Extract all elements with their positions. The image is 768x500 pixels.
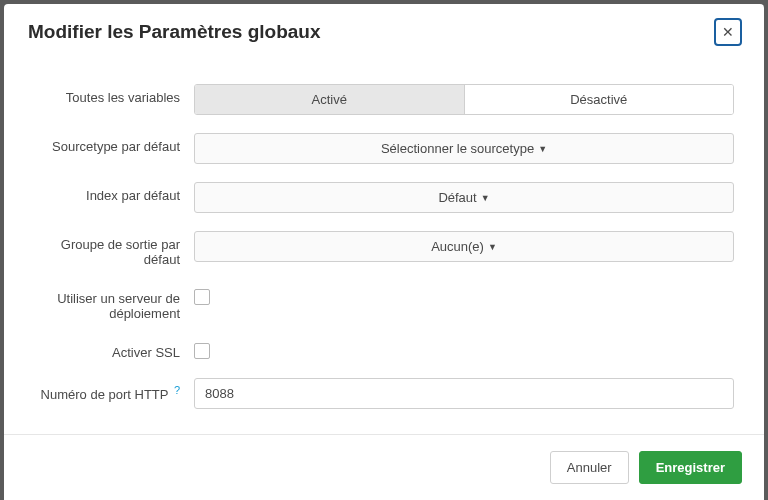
caret-down-icon: ▼ (538, 144, 547, 154)
row-http-port: Numéro de port HTTP ? (34, 378, 734, 409)
help-icon[interactable]: ? (174, 384, 180, 396)
row-sourcetype: Sourcetype par défaut Sélectionner le so… (34, 133, 734, 164)
save-button[interactable]: Enregistrer (639, 451, 742, 484)
row-use-deployment: Utiliser un serveur de déploiement (34, 285, 734, 321)
modal-footer: Annuler Enregistrer (4, 434, 764, 500)
close-button[interactable]: ✕ (714, 18, 742, 46)
all-variables-toggle: Activé Désactivé (194, 84, 734, 115)
modal-header: Modifier les Paramètres globaux ✕ (4, 4, 764, 54)
row-index: Index par défaut Défaut ▼ (34, 182, 734, 213)
toggle-disabled[interactable]: Désactivé (465, 85, 734, 114)
label-use-deployment: Utiliser un serveur de déploiement (34, 285, 194, 321)
label-index: Index par défaut (34, 182, 194, 203)
index-dropdown[interactable]: Défaut ▼ (194, 182, 734, 213)
row-all-variables: Toutes les variables Activé Désactivé (34, 84, 734, 115)
caret-down-icon: ▼ (481, 193, 490, 203)
label-all-variables: Toutes les variables (34, 84, 194, 105)
close-icon: ✕ (722, 24, 734, 40)
output-group-dropdown[interactable]: Aucun(e) ▼ (194, 231, 734, 262)
output-group-value: Aucun(e) (431, 239, 484, 254)
use-deployment-checkbox[interactable] (194, 289, 210, 305)
label-http-port-text: Numéro de port HTTP (41, 387, 169, 402)
toggle-enabled[interactable]: Activé (195, 85, 465, 114)
label-http-port: Numéro de port HTTP ? (34, 378, 194, 402)
index-value: Défaut (438, 190, 476, 205)
sourcetype-value: Sélectionner le sourcetype (381, 141, 534, 156)
modal-title: Modifier les Paramètres globaux (28, 21, 321, 43)
label-output-group: Groupe de sortie par défaut (34, 231, 194, 267)
http-port-input[interactable] (194, 378, 734, 409)
cancel-button[interactable]: Annuler (550, 451, 629, 484)
label-sourcetype: Sourcetype par défaut (34, 133, 194, 154)
global-settings-modal: Modifier les Paramètres globaux ✕ Toutes… (4, 4, 764, 500)
caret-down-icon: ▼ (488, 242, 497, 252)
sourcetype-dropdown[interactable]: Sélectionner le sourcetype ▼ (194, 133, 734, 164)
row-enable-ssl: Activer SSL (34, 339, 734, 360)
enable-ssl-checkbox[interactable] (194, 343, 210, 359)
modal-body: Toutes les variables Activé Désactivé So… (4, 54, 764, 434)
row-output-group: Groupe de sortie par défaut Aucun(e) ▼ (34, 231, 734, 267)
label-enable-ssl: Activer SSL (34, 339, 194, 360)
